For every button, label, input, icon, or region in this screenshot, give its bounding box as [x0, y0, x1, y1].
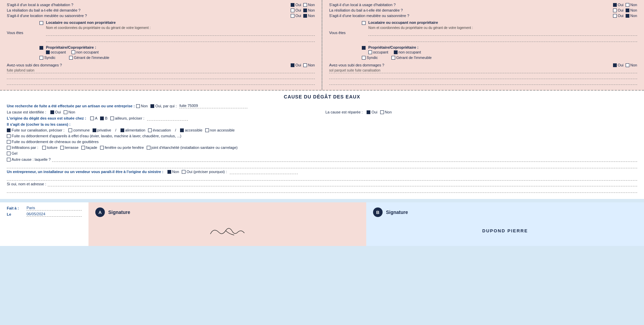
cause-joint[interactable]: joint d'étanchéité (installation sanitai… [147, 145, 238, 150]
cause-id-rep-row: La cause est identifiée : Oui Non La cau… [7, 110, 637, 114]
cause-commune-cb [68, 128, 72, 132]
right-row1-oui[interactable]: Oui [613, 3, 624, 7]
cause-sioui-input[interactable] [48, 182, 637, 186]
cause-id-oui-cb [50, 110, 54, 114]
left-non-occupant-item[interactable]: non occupant [71, 50, 99, 54]
cause-commune[interactable]: commune [68, 128, 90, 132]
cause-non-accessible[interactable]: non accessible [205, 128, 235, 132]
left-dommages-label: Avez-vous subi des dommages ? [7, 63, 62, 67]
right-non-occupant-item[interactable]: non occupant [394, 50, 421, 54]
cause-gel-item[interactable]: Gel [7, 151, 17, 155]
cause-rep-oui-label: Oui [371, 110, 377, 114]
left-row1-non[interactable]: Non [303, 3, 315, 7]
cause-rep-oui[interactable]: Oui [367, 110, 377, 114]
left-row2: La résiliation du bail a-t-elle été dema… [7, 8, 315, 12]
left-locataire-block: Locataire ou occupant non propriétaire N… [39, 20, 315, 43]
right-gerant-item[interactable]: Gérant de l'immeuble [391, 56, 432, 60]
cause-entrepreneur-oui-input[interactable] [230, 169, 298, 174]
right-row1-label: S'agit-il d'un local à usage d'habitatio… [329, 3, 396, 7]
right-row2-oui[interactable]: Oui [613, 8, 624, 12]
left-row2-non[interactable]: Non [303, 8, 315, 12]
cause-fuite-cheneaux-item[interactable]: Fuite ou débordement de chéneaux ou de g… [7, 140, 99, 144]
right-occupant-item[interactable]: occupant [368, 50, 388, 54]
cause-id-oui[interactable]: Oui [50, 110, 61, 114]
left-occupant-item[interactable]: occupant [46, 50, 66, 54]
left-row2-oui[interactable]: Oui [291, 8, 301, 12]
cause-toiture[interactable]: toiture [42, 145, 58, 150]
left-row3-oui-non: Oui Non [291, 14, 315, 18]
left-row1: S'agit-il d'un local à usage d'habitatio… [7, 3, 315, 7]
cause-accessible[interactable]: accessible [180, 128, 202, 132]
cause-alimentation[interactable]: alimentation [120, 128, 145, 132]
left-dommages-oui[interactable]: Oui [291, 63, 301, 67]
right-row2-non[interactable]: Non [626, 8, 637, 12]
cause-entrepreneur-oui[interactable]: Oui (préciser pourquoi) : [182, 170, 227, 174]
left-non-occupant-label: non occupant [76, 50, 99, 54]
left-syndic-item[interactable]: Syndic [39, 56, 55, 60]
fait-a-value: Paris [27, 206, 82, 211]
cause-id-non[interactable]: Non [64, 110, 75, 114]
cause-origine-b[interactable]: B [100, 116, 107, 120]
fait-a-key: Fait à : [7, 206, 24, 210]
right-vous-etes-label-container: Vous êtes [329, 20, 356, 60]
page-container: S'agit-il d'un local à usage d'habitatio… [0, 0, 644, 246]
right-row3-oui[interactable]: Oui [613, 14, 624, 18]
cause-fenetre[interactable]: fenêtre ou porte fenêtre [100, 145, 144, 150]
right-row3-non[interactable]: Non [626, 14, 637, 18]
sig-b-letter: B [376, 210, 379, 215]
right-row1-non[interactable]: Non [626, 3, 637, 7]
cause-toiture-cb [42, 146, 46, 150]
right-row2-oui-cb [613, 9, 617, 12]
cause-facade[interactable]: façade [81, 145, 97, 150]
right-dommages-oui[interactable]: Oui [613, 63, 624, 67]
cause-fuite-appareils-item[interactable]: Fuite ou débordement d'appareils à effet… [7, 134, 181, 138]
cause-origine-ailleurs-label: ailleurs, préciser : [115, 116, 144, 120]
right-dommages-non[interactable]: Non [626, 63, 637, 67]
cause-entrepreneur-oui-label: Oui (préciser pourquoi) : [187, 170, 227, 174]
cause-fuite-canal-cb-item[interactable]: Fuite sur canalisation, préciser : [7, 128, 64, 132]
left-gerant-item[interactable]: Gérant de l'immeuble [69, 56, 109, 60]
cause-infiltrations-item[interactable]: Infiltrations par : [7, 145, 38, 150]
right-syndic-item[interactable]: Syndic [362, 56, 378, 60]
cause-privative[interactable]: privative [93, 128, 111, 132]
cause-recherche-non[interactable]: Non [136, 104, 148, 108]
cause-dotted-line1 [7, 164, 637, 168]
cause-title: CAUSE DU DÉGÂT DES EAUX [7, 94, 637, 99]
cause-entrepreneur-non[interactable]: Non [167, 170, 179, 174]
cause-recherche-oui[interactable]: Oui, par qui : [150, 104, 177, 108]
cause-entrepreneur-non-cb [167, 170, 171, 174]
right-row3-oui-cb [613, 14, 617, 18]
cause-rep-non[interactable]: Non [380, 110, 392, 114]
left-row1-label: S'agit-il d'un local à usage d'habitatio… [7, 3, 73, 7]
cause-reparee-row: La cause est réparée : Oui Non [325, 110, 637, 114]
cause-recherche-label: Une recherche de fuite a été effectuée p… [7, 104, 135, 108]
cause-ailleurs-input[interactable] [147, 116, 188, 121]
left-propco-cb[interactable] [39, 46, 43, 50]
left-row3-label: S'agit-il d'une location meublée ou sais… [7, 14, 87, 18]
bottom-section: Fait à : Paris Le 06/05/2024 A Signature [0, 202, 644, 246]
right-vous-etes-label: Vous êtes [329, 31, 345, 35]
right-propco-cb[interactable] [362, 46, 366, 50]
left-row3-non-cb [303, 14, 307, 18]
cause-identifiee-label: La cause est identifiée : [7, 110, 46, 114]
right-dommages-oui-cb [613, 63, 617, 67]
cause-autre-item[interactable]: Autre cause : laquelle ? [7, 157, 51, 161]
cause-origine-a[interactable]: A [90, 116, 97, 120]
cause-evacuation[interactable]: évacuation [148, 128, 171, 132]
cause-autre-input[interactable] [52, 157, 637, 162]
left-row3-non[interactable]: Non [303, 14, 315, 18]
cause-terrasse[interactable]: terrasse [60, 145, 79, 150]
cause-recherche-row: Une recherche de fuite a été effectuée p… [7, 104, 637, 108]
right-locataire-cb[interactable] [362, 21, 366, 25]
right-dommages-oui-non: Oui Non [613, 63, 637, 67]
left-row3-oui[interactable]: Oui [291, 14, 301, 18]
left-vous-etes-label-container: Vous êtes [7, 20, 34, 60]
cause-fuite-canal-label: Fuite sur canalisation, préciser : [12, 128, 64, 132]
left-row2-non-label: Non [308, 8, 315, 12]
cause-origine-a-cb [90, 117, 94, 120]
left-dommages-non[interactable]: Non [303, 63, 315, 67]
cause-origine-ailleurs[interactable]: ailleurs, préciser : [110, 116, 144, 120]
left-row1-oui[interactable]: Oui [291, 3, 301, 7]
left-dommage-line3 [7, 80, 315, 85]
left-locataire-cb[interactable] [39, 21, 43, 25]
